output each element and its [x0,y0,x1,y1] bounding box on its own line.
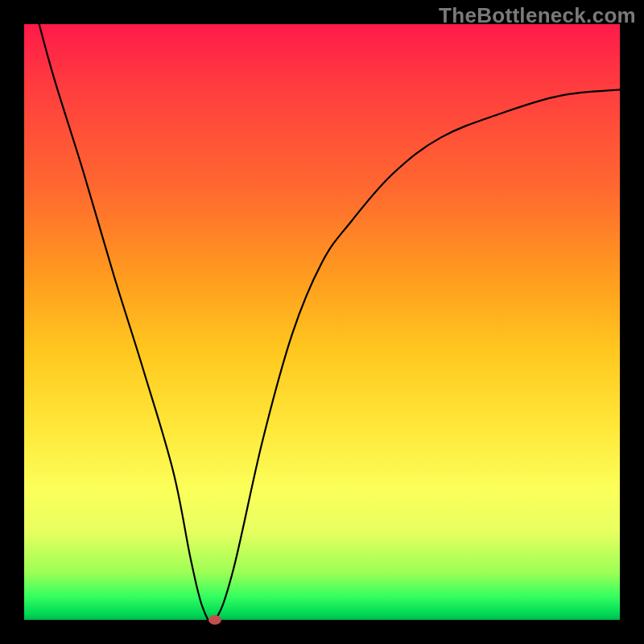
minimum-marker [208,615,221,625]
chart-stage: TheBottleneck.com [0,0,644,644]
plot-area [24,24,620,620]
bottleneck-curve-path [36,24,620,620]
curve-svg [24,24,620,620]
